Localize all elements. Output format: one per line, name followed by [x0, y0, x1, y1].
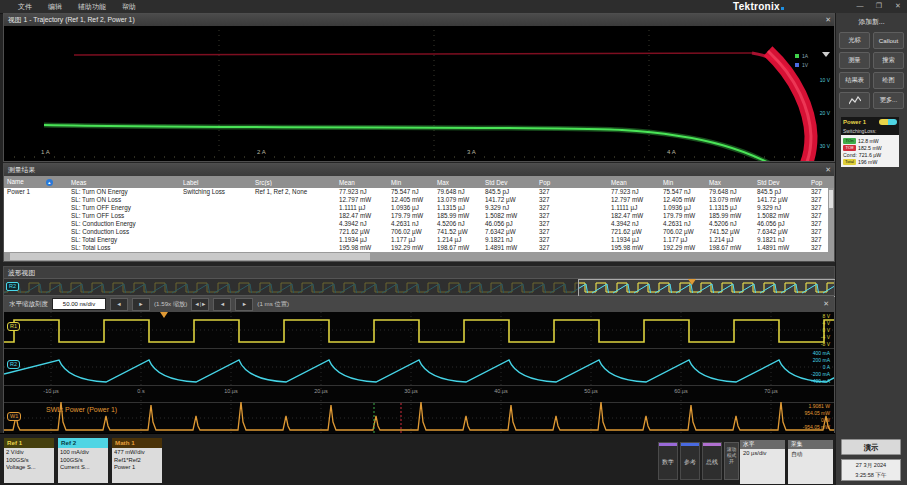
- pan-left-button[interactable]: ◄: [213, 298, 231, 311]
- restore-button[interactable]: ❐: [873, 0, 885, 12]
- cell: 706.02 µW: [660, 228, 706, 236]
- waveform-grid[interactable]: SWL: Power (Power 1) 8 V4 V0 V-4 V-8 V40…: [4, 312, 834, 434]
- column-header: Min: [388, 179, 434, 186]
- horizontal-badge[interactable]: 水平 20 µs/div: [740, 440, 785, 484]
- cell: 845.5 pJ: [482, 188, 536, 196]
- horizontal-scrollbar[interactable]: [4, 252, 834, 261]
- cell: [252, 196, 336, 204]
- add-button-label: 参考: [681, 458, 699, 467]
- close-icon[interactable]: ✕: [825, 164, 831, 176]
- demo-button[interactable]: 演示: [841, 439, 901, 455]
- pan-right-button[interactable]: ►: [235, 298, 253, 311]
- waveform-handle-w1[interactable]: W1: [7, 412, 21, 421]
- zoom-region-box[interactable]: [578, 279, 836, 297]
- acquisition-badge-value: 自动: [788, 449, 833, 484]
- loss-label: Cond:: [843, 152, 857, 158]
- close-button[interactable]: ✕: [892, 0, 904, 12]
- zoom-scale-field[interactable]: 50.00 ns/div: [52, 298, 106, 310]
- cell: 1.1315 µJ: [434, 204, 482, 212]
- cell: 327: [536, 212, 566, 220]
- datetime-display: 27 3月 2024 3:25:58 下午: [841, 459, 901, 481]
- cell: [4, 212, 68, 220]
- time-text: 3:25:58 下午: [842, 470, 900, 480]
- close-icon[interactable]: ✕: [825, 14, 831, 26]
- trajectory-plot[interactable]: 1 A2 A3 A4 A10 V20 V30 V1A1V: [4, 26, 834, 161]
- waveform-titlebar[interactable]: 波形视图: [4, 267, 834, 278]
- add-bus-button[interactable]: 总线: [702, 442, 722, 480]
- menu-item[interactable]: 辅助功能: [78, 2, 106, 12]
- time-axis-label: 70 µs: [756, 388, 786, 394]
- sort-icon[interactable]: ▲: [46, 179, 53, 186]
- column-header: Std Dev: [754, 179, 808, 186]
- waveform-overview[interactable]: R2: [4, 278, 834, 296]
- svg-text:4 A: 4 A: [667, 149, 676, 155]
- close-zoom-icon[interactable]: ✕: [823, 300, 829, 308]
- vertical-scrollbar[interactable]: [828, 188, 834, 252]
- table-row[interactable]: SL: Total Loss195.98 mW192.29 mW198.67 m…: [4, 244, 834, 252]
- table-row[interactable]: Power 1SL: Turn ON EnergySwitching LossR…: [4, 188, 834, 196]
- menu-item[interactable]: 编辑: [48, 2, 62, 12]
- y-axis-label: 4 V: [822, 320, 830, 326]
- column-header: Pop: [536, 179, 566, 186]
- sidebar-button-5[interactable]: 结果表: [839, 72, 870, 89]
- sidebar-button-2[interactable]: Callout: [873, 32, 904, 49]
- channel-badge-math1[interactable]: Math 1477 mW/divRef1*Ref2Power 1: [112, 438, 162, 483]
- cell: [566, 204, 608, 212]
- overview-handle[interactable]: R2: [6, 282, 19, 291]
- cell: 195.98 mW: [608, 244, 660, 252]
- acquisition-badge[interactable]: 采集 自动: [788, 440, 833, 484]
- cell: 1.177 µJ: [388, 236, 434, 244]
- channel-badge-ref2[interactable]: Ref 2100 mA/div100GS/sCurrent S...: [58, 438, 108, 483]
- cell: 12.797 mW: [336, 196, 388, 204]
- table-row[interactable]: SL: Conduction Energy4.3942 nJ4.2631 nJ4…: [4, 220, 834, 228]
- time-axis-label: 40 µs: [486, 388, 516, 394]
- channel-badge-ref1[interactable]: Ref 12 V/div100GS/sVoltage S...: [4, 438, 54, 483]
- power-measurement-badge[interactable]: Power 1 SwitchingLoss: TOn12.8 mWTOff182…: [841, 117, 899, 167]
- sidebar-button-4[interactable]: 搜索: [873, 52, 904, 69]
- menu-item[interactable]: 帮助: [122, 2, 136, 12]
- results-titlebar[interactable]: 测量结果 ✕: [4, 164, 834, 176]
- cell: 1.214 µJ: [434, 236, 482, 244]
- trigger-marker-icon[interactable]: [688, 279, 696, 285]
- acquisition-badge-title: 采集: [788, 440, 833, 449]
- badge-title: Math 1: [112, 438, 162, 448]
- cell: 1.5082 mW: [754, 212, 808, 220]
- scroll-handle[interactable]: [829, 190, 833, 208]
- cell: 141.72 µW: [754, 196, 808, 204]
- table-row[interactable]: SL: Conduction Loss721.62 µW706.02 µW741…: [4, 228, 834, 236]
- table-row[interactable]: SL: Turn OFF Energy1.1111 µJ1.0936 µJ1.1…: [4, 204, 834, 212]
- add-ref-button[interactable]: 参考: [680, 442, 700, 480]
- cell: [180, 196, 252, 204]
- waveform-handle-r2[interactable]: R2: [7, 360, 20, 369]
- cell: SL: Turn OFF Loss: [68, 212, 180, 220]
- y-axis-label: 0 V: [822, 327, 830, 333]
- zoom-in-button[interactable]: ►: [132, 298, 150, 311]
- cell: [252, 204, 336, 212]
- pan-center-button[interactable]: ◄|►: [191, 298, 209, 311]
- roll-mode-button[interactable]: 滚动 模式 开: [724, 442, 739, 480]
- sidebar-button-1[interactable]: 光标: [839, 32, 870, 49]
- cell: 7.6342 µW: [482, 228, 536, 236]
- trajectory-titlebar[interactable]: 视图 1 - Trajectory (Ref 1, Ref 2, Power 1…: [4, 14, 834, 26]
- scroll-handle[interactable]: [10, 253, 370, 260]
- cell: 845.5 pJ: [754, 188, 808, 196]
- add-math-button[interactable]: 数学: [658, 442, 678, 480]
- cell: 1.0936 µJ: [660, 204, 706, 212]
- cell: [566, 196, 608, 204]
- menu-item[interactable]: 文件: [18, 2, 32, 12]
- sidebar-button-more[interactable]: 更多...: [873, 92, 904, 109]
- waveform-handle-r1[interactable]: R1: [7, 322, 20, 331]
- y-axis-label: 954.05 mW: [804, 410, 830, 416]
- sidebar-button-3[interactable]: 测量: [839, 52, 870, 69]
- zoom-out-button[interactable]: ◄: [110, 298, 128, 311]
- results-table-header: Name▲MeasLabelSrc(s)MeanMinMaxStd DevPop…: [4, 176, 834, 188]
- table-row[interactable]: SL: Turn ON Loss12.797 mW12.405 mW13.079…: [4, 196, 834, 204]
- badge-line: Voltage S...: [6, 464, 52, 472]
- minimize-button[interactable]: —: [854, 0, 866, 12]
- column-header: Src(s): [252, 179, 336, 186]
- sidebar-button-6[interactable]: 绘图: [873, 72, 904, 89]
- table-row[interactable]: SL: Turn OFF Loss182.47 mW179.79 mW185.9…: [4, 212, 834, 220]
- table-row[interactable]: SL: Total Energy1.1934 µJ1.177 µJ1.214 µ…: [4, 236, 834, 244]
- plot-icon-button[interactable]: [839, 92, 870, 109]
- cell: SL: Conduction Loss: [68, 228, 180, 236]
